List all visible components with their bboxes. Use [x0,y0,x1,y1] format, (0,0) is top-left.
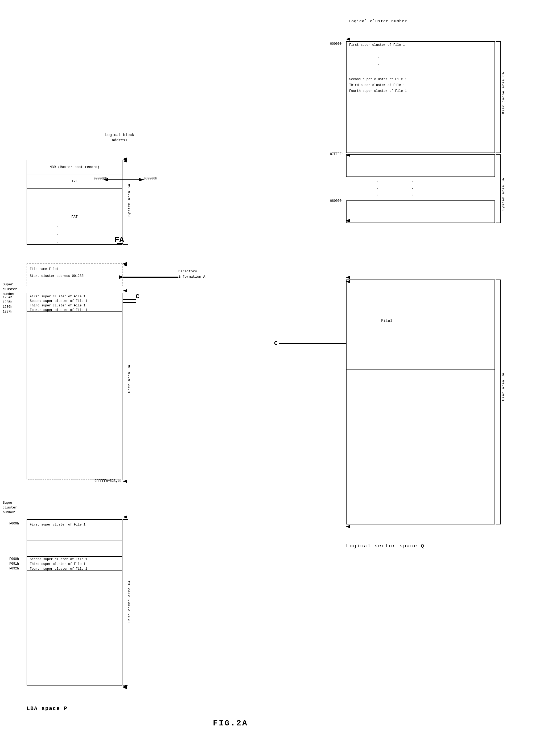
right-sys-dots2: ... [411,178,413,198]
right-disc-cache-brace [496,41,501,153]
right-sys-label: System area SA [502,178,505,211]
lsq-title: Logical sector space Q [346,543,424,549]
fat-block: FAT [27,189,123,245]
dc-label1: First super cluster of File 1 [30,523,85,527]
file1-cluster-1: Second super cluster of File 1 [30,299,87,303]
c-label-right: C [274,340,278,347]
cluster-num-3: 1237h [3,309,12,314]
dc-addr4: F092h [9,567,19,570]
addr-000000h: 000000h [94,177,107,180]
fa-label: FA [114,235,124,245]
ipl-label: IPL [71,179,78,183]
dc-block3 [27,571,123,686]
user-area-label: User area UA [127,365,131,393]
dc-label2: Second super cluster of File 1 [30,558,87,561]
super-cluster-label-top: Super cluster number [3,282,17,297]
file1-cluster-2: Third super cluster of File 1 [30,304,85,307]
file1-cluster-block: First super cluster of File 1 Second sup… [27,293,123,312]
fat-label: FAT [71,215,78,219]
cluster-num-2: 1236h [3,305,12,309]
cluster-num-0: 1234h [3,295,12,300]
dir-info-label: Directory information A [178,269,205,279]
addr-080000h: 080000h [144,177,157,180]
file1-cluster-0: First super cluster of File 1 [30,295,85,298]
scl-bot-line3: number [3,510,15,514]
dir-line1: File name File1 [30,267,58,271]
dir-box: File name File1 Start cluster address 00… [27,264,123,286]
mbr-label: MBR (Master boot record) [49,165,99,169]
diagram-container: Logical cluster number Logical block add… [0,0,560,743]
right-user-brace [496,279,501,524]
addr-9fffff: 9FFFFFh=5GByte [94,479,122,483]
right-sys-dots1: ... [377,178,379,198]
disc-cache-label: Disc cache area CA [127,580,131,622]
right-disc-cache-box: First super cluster of File 1 ... Second… [346,41,495,153]
dc-block1: First super cluster of File 1 [27,519,123,540]
lcn-label: Logical cluster number [349,19,407,24]
dc-addr3: F091h [9,562,19,566]
lba-address-label: Logical block address [105,133,134,143]
right-080000h: 080000h [330,199,343,203]
dc-addr2: F090h [9,557,19,561]
mbr-block: MBR (Master boot record) [27,160,123,174]
lba-label-line1: Logical block [105,133,134,137]
fig-title: FIG.2A [213,719,248,728]
left-sys-dots: ... [56,222,58,245]
right-07ffff: 07FFFFh [330,152,343,156]
scl-top-line2: cluster [3,287,17,291]
dc-block2: Second super cluster of File 1 Third sup… [27,556,123,571]
dir-info-line1: Directory [178,269,197,273]
dc-empty-block [27,540,123,556]
dir-line2: Start cluster address 001230h [30,274,85,278]
right-file1-block: File1 [346,279,495,370]
scl-bot-line1: Super [3,501,13,505]
right-sys-top-block [346,155,495,177]
right-dc-first-cluster: First super cluster of File 1 [349,43,405,47]
cluster-nums-top: 1234h 1235h 1236h 1237h [3,295,12,314]
cluster-num-1: 1235h [3,300,12,305]
scl-bot-line2: cluster [3,506,17,510]
lba-label-line2: address [112,138,128,142]
right-sys-bot-block [346,201,495,223]
user-area-empty [27,312,123,479]
super-cluster-label-bottom: Super cluster number [3,500,17,515]
sys-area-label: System area SA [127,184,131,216]
right-file1-label: File1 [381,319,392,323]
dir-info-line2: information A [178,275,205,279]
ipl-block: IPL [27,174,123,189]
scl-top-line1: Super [3,282,13,287]
right-000000h: 000000h [330,42,343,46]
dc-addr1: F000h [9,522,19,525]
file1-cluster-3: Fourth super cluster of File 1 [30,308,87,312]
right-sys-brace [496,155,501,223]
lba-space-title: LBA space P [27,705,67,711]
dc-label4: Fourth super cluster of File 1 [30,567,87,571]
right-empty-block [346,370,495,524]
right-dc-cluster2: Second super cluster of File 1 Third sup… [349,76,407,94]
c-label-left: C [136,293,139,300]
right-dc-dots: ... [377,54,379,74]
right-user-label: User area UA [502,373,505,401]
dc-label3: Third super cluster of File 1 [30,562,85,566]
right-disc-cache-label: Disc cache area CA [502,72,505,114]
